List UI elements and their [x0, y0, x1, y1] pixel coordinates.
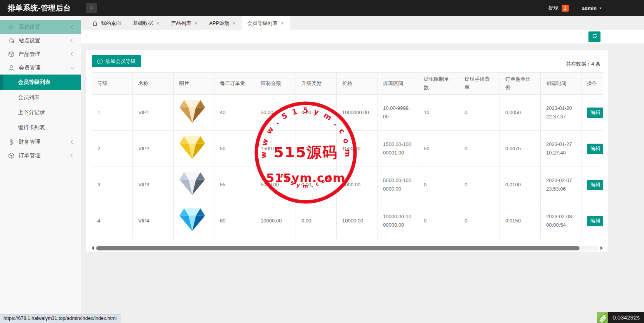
close-icon[interactable]: × — [281, 21, 284, 26]
table-cell: VIP2 — [133, 131, 174, 167]
toolbar — [81, 30, 644, 43]
sidebar-item-member-management[interactable]: 会员管理 — [0, 61, 81, 75]
tab-member-level-list[interactable]: 会员等级列表× — [242, 16, 290, 30]
refresh-icon — [592, 33, 598, 40]
withdraw-link[interactable]: 提现 1 — [548, 5, 569, 12]
column-header: 提现手续费率 — [459, 73, 500, 95]
vip-gem-image — [178, 98, 207, 125]
menu-toggle-button[interactable]: ≡ — [86, 3, 97, 13]
sidebar-item-order-management[interactable]: 订单管理 — [0, 149, 81, 162]
home-icon — [92, 21, 98, 26]
sidebar-subitem-member-list[interactable]: 会员列表 — [0, 90, 81, 105]
actions-cell: 编辑 — [581, 167, 603, 203]
table-cell: 40 — [214, 95, 255, 131]
column-header: 提现区间 — [378, 73, 418, 95]
sidebar-subitem-bank-card-list[interactable]: 银行卡列表 — [0, 120, 81, 135]
withdraw-badge: 1 — [562, 5, 569, 12]
table-cell: 2023-01-20 22:37:37 — [541, 95, 581, 131]
table-row: 4VIP46010000.000.0010000.0010000.00-1000… — [92, 203, 603, 239]
tab-basic-data[interactable]: 基础数据× — [127, 16, 165, 30]
edit-button[interactable]: 编辑 — [587, 144, 603, 154]
chevron-left-icon — [71, 39, 75, 43]
site-icon — [8, 37, 15, 44]
table-cell: 0 — [459, 131, 500, 167]
table-cell: 0.00 — [296, 167, 337, 203]
sidebar-item-label: 订单管理 — [19, 152, 71, 159]
table-cell: 5000.00-1000000.00 — [378, 167, 418, 203]
table-cell: 0.0100 — [500, 167, 541, 203]
table-row: 1VIP14050.000.001000000.0010.00-9999.001… — [92, 95, 603, 131]
edit-button[interactable]: 编辑 — [587, 216, 603, 226]
close-icon[interactable]: × — [156, 21, 159, 26]
add-level-button[interactable]: + 添加会员等级 — [92, 55, 141, 67]
plus-icon: + — [97, 59, 103, 64]
table-cell: 0.00 — [296, 131, 337, 167]
table-cell: 4 — [92, 203, 133, 239]
total-count: 共有数据：4 条 — [566, 55, 603, 68]
sidebar-item-site-settings[interactable]: 站点设置 — [0, 34, 81, 47]
scrollbar-track[interactable] — [96, 246, 599, 250]
edit-button[interactable]: 编辑 — [587, 108, 603, 118]
table-cell: 1500.00 — [337, 131, 378, 167]
tab-label: 我的桌面 — [101, 20, 121, 27]
column-header: 名称 — [133, 73, 174, 95]
table-cell: 50 — [214, 131, 255, 167]
tab-product-list[interactable]: 产品列表× — [165, 16, 203, 30]
content-card: + 添加会员等级 共有数据：4 条 等级名称图片每日订单量限制金额升级奖励价格提… — [86, 50, 608, 252]
sidebar-item-label: 系统设置 — [19, 24, 71, 31]
sidebar-item-label: 财务管理 — [19, 139, 71, 146]
table-cell: VIP3 — [133, 167, 174, 203]
sidebar-item-label: 产品管理 — [19, 51, 71, 58]
scroll-left-arrow[interactable] — [92, 246, 94, 250]
close-icon[interactable]: × — [232, 21, 235, 26]
table-cell: 0 — [459, 167, 500, 203]
user-menu[interactable]: admin ▼ — [582, 5, 602, 11]
cube-icon — [8, 51, 15, 58]
table-row: 2VIP2501500.000.001500.001500.00-1000000… — [92, 131, 603, 167]
table-wrapper: 等级名称图片每日订单量限制金额升级奖励价格提现区间提现限制单数提现手续费率订单佣… — [92, 72, 603, 239]
edit-button[interactable]: 编辑 — [587, 180, 603, 190]
table-cell: 0 — [459, 95, 500, 131]
scroll-right-arrow[interactable] — [600, 246, 603, 250]
tab-label: 基础数据 — [133, 20, 153, 27]
chevron-left-icon — [71, 52, 75, 56]
sidebar-item-finance-management[interactable]: 财务管理 — [0, 135, 81, 149]
table-cell: 0 — [459, 203, 500, 239]
hamburger-icon: ≡ — [90, 5, 93, 11]
column-header: 图片 — [174, 73, 214, 95]
header-right: 提现 1 admin ▼ — [548, 0, 602, 16]
column-header: 订单佣金比例 — [500, 73, 541, 95]
chevron-left-icon — [71, 140, 75, 144]
gem-image-cell — [174, 131, 214, 167]
table-cell: 1500.00 — [255, 131, 296, 167]
table-cell: 3 — [92, 167, 133, 203]
table-cell: 2023-02-08 00:00:54 — [541, 203, 581, 239]
dollar-icon — [8, 139, 15, 146]
column-header: 操作 — [581, 73, 603, 95]
sidebar-item-product-management[interactable]: 产品管理 — [0, 47, 81, 61]
tab-my-desktop[interactable]: 我的桌面 — [86, 16, 127, 30]
table-cell: 5000.00 — [337, 167, 378, 203]
table-cell: 10000.00-1000000.00 — [378, 203, 418, 239]
tab-app-scroll[interactable]: APP滚动× — [203, 16, 241, 30]
sidebar-item-system-settings[interactable]: 系统设置 — [0, 20, 81, 34]
thinkphp-flame-icon — [597, 312, 608, 323]
chevron-down-icon: ▼ — [599, 7, 602, 10]
scrollbar-thumb[interactable] — [96, 246, 580, 250]
sidebar: 系统设置站点设置产品管理会员管理会员等级列表会员列表上下分记录银行卡列表财务管理… — [0, 16, 81, 323]
sidebar-subitem-member-level-list[interactable]: 会员等级列表 — [0, 75, 81, 90]
table-cell: 0 — [418, 203, 459, 239]
sidebar-subitem-score-records[interactable]: 上下分记录 — [0, 105, 81, 120]
refresh-button[interactable] — [588, 31, 600, 42]
table-cell: 1000000.00 — [337, 95, 378, 131]
table-cell: 0.0075 — [500, 131, 541, 167]
close-icon[interactable]: × — [194, 21, 197, 26]
gem-image-cell — [174, 167, 214, 203]
vip-gem-image — [178, 170, 207, 197]
column-header: 等级 — [92, 73, 133, 95]
table-cell: 50.00 — [255, 95, 296, 131]
tab-label: 会员等级列表 — [247, 20, 278, 27]
table-cell: 55 — [214, 167, 255, 203]
username: admin — [582, 5, 597, 11]
sidebar-item-label: 站点设置 — [19, 37, 71, 44]
